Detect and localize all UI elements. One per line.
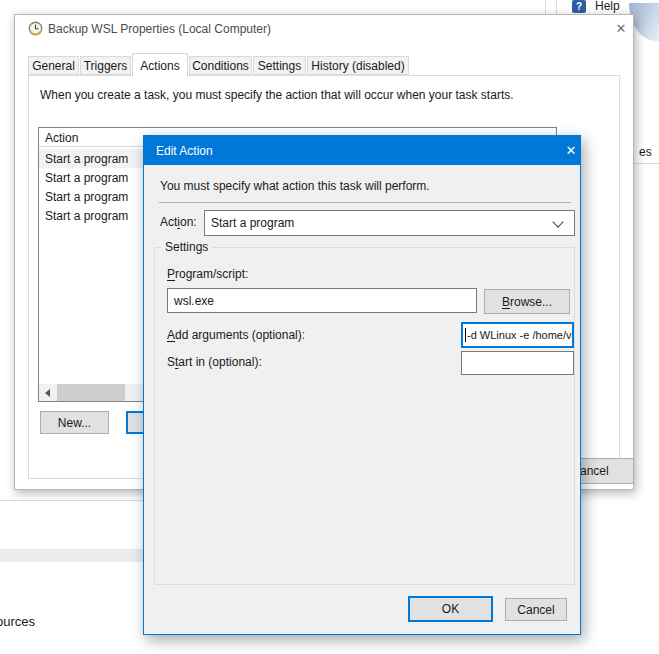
start-in-input[interactable] bbox=[461, 351, 574, 375]
background-band bbox=[0, 549, 145, 562]
tab-settings[interactable]: Settings bbox=[253, 56, 306, 75]
new-button[interactable]: New... bbox=[40, 411, 109, 434]
background-divider bbox=[556, 0, 557, 14]
triangle-left-icon bbox=[45, 389, 50, 397]
tree-item-fragment: ources bbox=[0, 614, 35, 630]
add-arguments-input[interactable]: -d WLinux -e /home/val bbox=[461, 322, 574, 348]
text-caret bbox=[465, 328, 466, 342]
tab-actions[interactable]: Actions bbox=[132, 53, 188, 77]
scrollbar-thumb[interactable] bbox=[57, 384, 125, 401]
help-menu-item[interactable]: Help bbox=[595, 0, 620, 13]
close-icon[interactable]: ✕ bbox=[611, 19, 631, 37]
add-arguments-value: -d WLinux -e /home/val bbox=[467, 329, 574, 341]
tab-conditions[interactable]: Conditions bbox=[189, 56, 252, 75]
settings-group-label: Settings bbox=[161, 240, 212, 254]
action-label: Action: bbox=[160, 215, 197, 230]
scroll-left-button[interactable] bbox=[39, 384, 56, 401]
divider bbox=[633, 163, 659, 164]
action-dropdown-value: Start a program bbox=[211, 216, 294, 230]
start-in-label: Start in (optional): bbox=[167, 355, 262, 370]
browse-button[interactable]: Browse... bbox=[484, 289, 570, 314]
program-script-input[interactable]: wsl.exe bbox=[167, 288, 477, 313]
program-script-label: Program/script: bbox=[167, 267, 248, 282]
divider bbox=[0, 500, 144, 501]
dialog-instruction: You must specify what action this task w… bbox=[160, 179, 430, 194]
dialog-titlebar[interactable]: Edit Action bbox=[144, 136, 580, 165]
actions-tab-description: When you create a task, you must specify… bbox=[40, 88, 514, 103]
tab-history[interactable]: History (disabled) bbox=[307, 56, 409, 75]
ok-button[interactable]: OK bbox=[408, 596, 493, 622]
dialog-title: Edit Action bbox=[156, 144, 213, 158]
background-divider bbox=[545, 0, 546, 14]
separator bbox=[159, 202, 571, 203]
window-title: Backup WSL Properties (Local Computer) bbox=[48, 21, 271, 37]
tab-general[interactable]: General bbox=[28, 56, 79, 75]
add-arguments-label: Add arguments (optional): bbox=[167, 328, 305, 343]
help-icon[interactable]: ? bbox=[572, 0, 586, 13]
tab-triggers[interactable]: Triggers bbox=[80, 56, 131, 75]
close-icon[interactable]: ✕ bbox=[560, 138, 582, 162]
cancel-button[interactable]: Cancel bbox=[505, 598, 567, 621]
action-dropdown[interactable]: Start a program bbox=[204, 210, 575, 236]
task-scheduler-clock-icon bbox=[28, 21, 43, 36]
actions-pane-item-fragment[interactable]: es bbox=[639, 145, 652, 159]
